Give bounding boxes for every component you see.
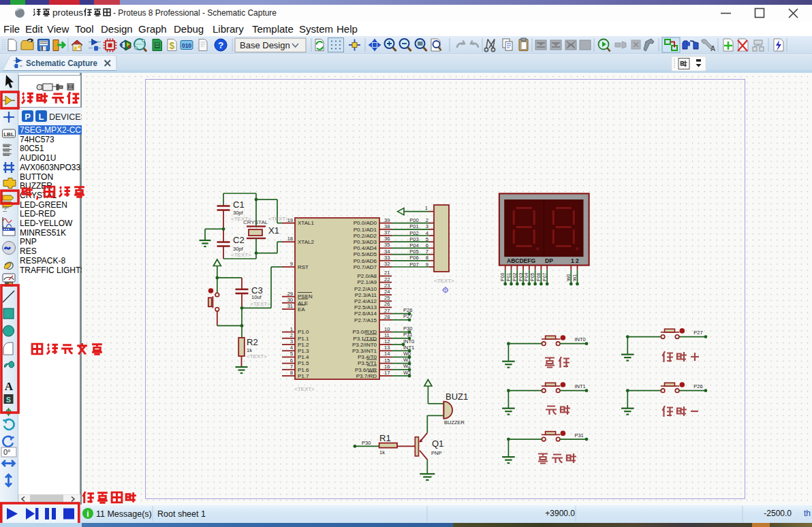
- svg-text:P2.2/A10: P2.2/A10: [354, 286, 377, 292]
- svg-text:Schematic Capture: Schematic Capture: [26, 58, 97, 68]
- svg-text:i: i: [87, 509, 89, 519]
- svg-text:30: 30: [287, 297, 293, 303]
- svg-text:P00: P00: [409, 217, 418, 223]
- svg-text:21: 21: [384, 270, 390, 276]
- svg-text:10: 10: [384, 326, 390, 332]
- svg-text:P2.3/A11: P2.3/A11: [355, 292, 377, 298]
- svg-text:P0.7/AD7: P0.7/AD7: [354, 264, 377, 270]
- svg-text:RES: RES: [20, 246, 37, 256]
- svg-text:P3.7/RD: P3.7/RD: [356, 373, 377, 379]
- svg-text:P1.0: P1.0: [298, 329, 309, 335]
- svg-text:P26: P26: [693, 383, 702, 389]
- svg-text:10uf: 10uf: [251, 294, 262, 300]
- svg-text:P0.4/AD4: P0.4/AD4: [354, 245, 377, 251]
- svg-text:P2.5/A13: P2.5/A13: [354, 304, 377, 310]
- svg-text:74HC573: 74HC573: [20, 135, 54, 144]
- svg-text:W3: W3: [403, 370, 411, 376]
- svg-text:P05: P05: [530, 272, 535, 281]
- svg-text:8: 8: [426, 255, 428, 261]
- svg-text:P1.7: P1.7: [298, 373, 309, 379]
- svg-text:13: 13: [384, 345, 390, 351]
- svg-text:P2.7/A15: P2.7/A15: [354, 317, 377, 323]
- svg-text:RST: RST: [298, 264, 309, 270]
- svg-text:31: 31: [287, 303, 293, 309]
- svg-text:P01: P01: [506, 272, 511, 281]
- svg-text:P0.2/AD2: P0.2/AD2: [354, 233, 377, 239]
- svg-text:Root sheet 1: Root sheet 1: [157, 509, 206, 519]
- svg-text:37: 37: [384, 229, 390, 236]
- svg-text:28: 28: [384, 314, 390, 320]
- svg-text:<TEXT>: <TEXT>: [434, 278, 454, 284]
- svg-text:35: 35: [384, 242, 390, 248]
- svg-text:23: 23: [384, 283, 390, 289]
- svg-text:010: 010: [182, 42, 191, 49]
- svg-text:1: 1: [290, 326, 293, 332]
- svg-text:11 Message(s): 11 Message(s): [96, 509, 152, 519]
- svg-text:1: 1: [425, 205, 428, 211]
- svg-text:P0.0/AD0: P0.0/AD0: [354, 220, 377, 226]
- svg-text:P04: P04: [409, 242, 418, 249]
- svg-text:INT1: INT1: [403, 345, 414, 351]
- svg-text:P0.6/AD6: P0.6/AD6: [354, 258, 377, 264]
- svg-text:ABCDEFG: ABCDEFG: [507, 257, 535, 264]
- svg-text:<TEXT>: <TEXT>: [247, 353, 267, 360]
- svg-text:9: 9: [426, 261, 428, 268]
- svg-text:P1.5: P1.5: [298, 360, 309, 366]
- svg-text:AUDIO1U: AUDIO1U: [20, 153, 56, 163]
- svg-text:7SEG-MPX2-CC: 7SEG-MPX2-CC: [20, 125, 81, 135]
- svg-text:CRYSTAL: CRYSTAL: [243, 219, 268, 225]
- svg-text:Base Design: Base Design: [240, 40, 290, 50]
- svg-text:W0: W0: [566, 274, 571, 281]
- svg-text:W0: W0: [403, 351, 411, 357]
- svg-text:P26: P26: [403, 307, 412, 313]
- svg-text:<TEXT>: <TEXT>: [231, 252, 251, 258]
- svg-text:P0.3/AD3: P0.3/AD3: [354, 239, 377, 245]
- svg-text:5: 5: [426, 236, 428, 242]
- svg-text:CRYSTAL: CRYSTAL: [20, 191, 57, 200]
- svg-text:XTAL1: XTAL1: [298, 220, 314, 226]
- svg-text:38: 38: [384, 223, 390, 229]
- svg-text:P00: P00: [500, 272, 505, 281]
- svg-text:?: ?: [218, 40, 223, 50]
- svg-text:4: 4: [290, 345, 293, 351]
- svg-text:P07: P07: [409, 261, 418, 268]
- svg-text:17: 17: [384, 370, 390, 376]
- svg-text:BUTTON: BUTTON: [20, 172, 53, 182]
- svg-text:3: 3: [426, 223, 428, 229]
- svg-text:6: 6: [426, 242, 428, 249]
- svg-text:+3900.0: +3900.0: [545, 509, 575, 518]
- svg-text:27: 27: [384, 308, 390, 314]
- svg-text:P03: P03: [518, 272, 523, 281]
- svg-text:DEVICES: DEVICES: [49, 112, 82, 122]
- svg-text:25: 25: [384, 295, 390, 301]
- svg-text:P01: P01: [409, 223, 418, 229]
- svg-text:R1: R1: [379, 433, 391, 443]
- svg-text:R2: R2: [247, 337, 258, 347]
- svg-text:34: 34: [384, 249, 390, 255]
- svg-text:1 2: 1 2: [571, 257, 579, 264]
- svg-text:14: 14: [384, 351, 390, 357]
- svg-text:4: 4: [426, 230, 428, 236]
- svg-text:A: A: [710, 45, 715, 52]
- svg-text:S: S: [6, 396, 11, 404]
- svg-text:P27: P27: [403, 313, 412, 319]
- svg-text:7: 7: [426, 249, 428, 255]
- svg-text:W1: W1: [572, 274, 577, 281]
- svg-text:LED-YELLOW: LED-YELLOW: [20, 219, 73, 228]
- svg-text:W1: W1: [403, 357, 411, 363]
- svg-text:12: 12: [384, 338, 390, 345]
- svg-text:32: 32: [384, 261, 390, 267]
- svg-text:LED-RED: LED-RED: [20, 209, 56, 219]
- svg-text:C2: C2: [233, 235, 245, 245]
- svg-text:-2500.0: -2500.0: [764, 509, 792, 518]
- svg-text:RESPACK-8: RESPACK-8: [20, 256, 65, 266]
- svg-text:80C51: 80C51: [20, 144, 44, 153]
- svg-text:1k: 1k: [379, 449, 385, 456]
- svg-text:P1.6: P1.6: [298, 367, 309, 373]
- svg-text:- Proteus 8 Professional - Sch: - Proteus 8 Professional - Schematic Cap…: [113, 7, 277, 18]
- svg-text:$: $: [170, 40, 175, 51]
- svg-text:8: 8: [290, 370, 293, 376]
- svg-text:P1.3: P1.3: [298, 348, 309, 354]
- svg-text:P2.4/A12: P2.4/A12: [354, 298, 377, 304]
- svg-text:Q1: Q1: [432, 438, 443, 449]
